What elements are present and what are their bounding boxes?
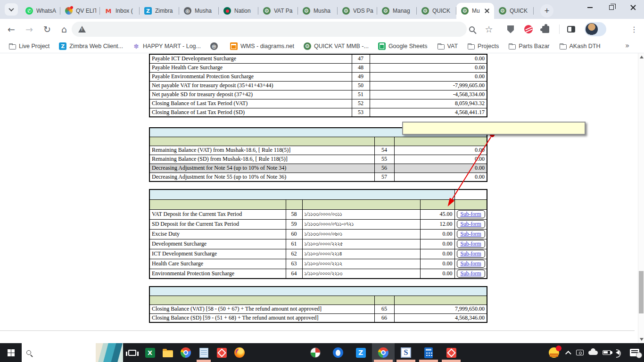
- profile-chip[interactable]: [585, 22, 606, 36]
- tab-quick[interactable]: QUICK: [417, 3, 456, 19]
- minimize-button[interactable]: [579, 0, 601, 15]
- bookmark-live-project[interactable]: Live Project: [5, 41, 53, 51]
- taskbar-calculator[interactable]: [417, 343, 440, 362]
- tab-mushak-2[interactable]: Musha: [298, 3, 338, 19]
- extension-shield-button[interactable]: [504, 23, 517, 35]
- vertical-scrollbar[interactable]: [638, 53, 644, 343]
- taskbar-excel[interactable]: [141, 343, 159, 362]
- bookmark-wms[interactable]: WMS - diagrams.net: [226, 41, 298, 51]
- row-amount[interactable]: 0.00: [420, 259, 454, 269]
- row-amount[interactable]: 0.00: [420, 229, 454, 239]
- scroll-up-arrow[interactable]: [640, 56, 644, 58]
- tab-vds[interactable]: VDS Pa: [338, 3, 377, 19]
- tab-label: VDS Pa: [353, 8, 373, 14]
- tab-whatsapp[interactable]: WhatsA: [21, 3, 60, 19]
- bookmark-globe[interactable]: [206, 41, 224, 51]
- taskbar-app-person[interactable]: [327, 343, 349, 362]
- home-button[interactable]: ⌂: [58, 23, 71, 36]
- back-button[interactable]: ←: [5, 23, 18, 36]
- bookmark-happy-mart[interactable]: HAPPY MART - Log...: [129, 41, 205, 51]
- tab-national[interactable]: Nation: [219, 3, 258, 19]
- row-amount[interactable]: 4,568,346.00: [394, 313, 487, 322]
- row-amount[interactable]: -7,999,605.00: [370, 81, 487, 90]
- bookmark-parts-bazar[interactable]: Parts Bazar: [504, 41, 553, 51]
- scroll-down-arrow[interactable]: [640, 338, 644, 341]
- start-button[interactable]: [0, 343, 22, 362]
- tab-manage[interactable]: Manag: [377, 3, 417, 19]
- taskbar-chrome-pinned[interactable]: [177, 343, 195, 362]
- tab-mushak-active[interactable]: Mu: [456, 3, 494, 19]
- tab-search-button[interactable]: [5, 3, 18, 16]
- scrollbar-thumb[interactable]: [639, 271, 644, 313]
- side-panel-icon: [567, 26, 575, 33]
- taskbar-anydesk-pinned[interactable]: [213, 343, 231, 362]
- row-amount[interactable]: -4,568,334.00: [370, 90, 487, 99]
- row-amount[interactable]: 8,059,943.32: [370, 99, 487, 108]
- extensions-button[interactable]: [539, 23, 552, 35]
- bookmark-quick-vat[interactable]: QUICK VAT MMB -...: [300, 41, 372, 51]
- bookmark-zimbra[interactable]: Zimbra Web Client...: [55, 41, 127, 51]
- onedrive-icon[interactable]: [588, 351, 598, 355]
- row-amount[interactable]: 12.00: [420, 219, 454, 229]
- speaker-icon[interactable]: [616, 350, 619, 355]
- bookmark-google-sheets[interactable]: Google Sheets: [374, 41, 431, 51]
- not-secure-icon: [78, 26, 86, 33]
- tab-qv-elite[interactable]: QV ELIT: [60, 3, 100, 19]
- part9-header-items: [149, 199, 286, 209]
- row-amount[interactable]: 0.00: [420, 269, 454, 279]
- row-amount[interactable]: 0.00: [370, 54, 487, 63]
- taskbar-task-view[interactable]: [123, 343, 141, 362]
- row-amount[interactable]: 0.00: [370, 72, 487, 81]
- taskbar-s-app[interactable]: [395, 343, 417, 362]
- sub-form-button[interactable]: Sub-form: [457, 250, 485, 258]
- row-amount[interactable]: 4,568,441.17: [370, 108, 487, 117]
- sub-form-button[interactable]: Sub-form: [457, 270, 485, 278]
- taskbar-chrome-active[interactable]: [372, 343, 395, 362]
- sub-form-button[interactable]: Sub-form: [457, 240, 485, 248]
- extension-red-button[interactable]: [522, 23, 535, 35]
- menu-button[interactable]: ⋮: [628, 23, 640, 35]
- sub-form-button[interactable]: Sub-form: [457, 260, 485, 268]
- tab-zimbra[interactable]: Zimbra: [140, 3, 179, 19]
- taskbar-search[interactable]: [22, 343, 123, 362]
- tab-mushak[interactable]: Musha: [179, 3, 219, 19]
- side-panel-button[interactable]: [565, 23, 577, 35]
- new-tab-button[interactable]: [540, 4, 553, 17]
- bookmark-vat[interactable]: VAT: [433, 41, 462, 51]
- sub-form-button[interactable]: Sub-form: [457, 220, 485, 228]
- sub-form-button[interactable]: Sub-form: [457, 210, 485, 218]
- row-amount[interactable]: 0.00: [420, 239, 454, 249]
- app-icon: [446, 348, 456, 358]
- row-amount[interactable]: 0.00: [370, 63, 487, 72]
- tab-vat[interactable]: VAT Pa: [258, 3, 298, 19]
- row-amount[interactable]: 7,999,650.00: [394, 304, 487, 313]
- notification-center-icon[interactable]: [630, 349, 639, 356]
- taskbar-anydesk[interactable]: [440, 343, 462, 362]
- address-bar[interactable]: [72, 22, 467, 37]
- taskbar-zimbra[interactable]: [349, 343, 372, 362]
- bookmark-akash-dth[interactable]: AKash DTH: [555, 41, 604, 51]
- taskbar-app-pinwheel[interactable]: [304, 343, 327, 362]
- tab-quick-2[interactable]: QUICK: [494, 3, 534, 19]
- tray-expand-chevron-icon[interactable]: [565, 351, 571, 357]
- snip-tray-icon[interactable]: [576, 350, 584, 355]
- tab-inbox[interactable]: Inbox (: [100, 3, 140, 19]
- weather-widget[interactable]: [549, 347, 562, 358]
- search-input[interactable]: [35, 349, 89, 356]
- forward-button[interactable]: →: [23, 23, 36, 36]
- table-row: Payable Health Care Surcharge 48 0.00: [149, 63, 487, 72]
- reload-button[interactable]: ↻: [41, 23, 54, 36]
- taskbar-firefox[interactable]: [231, 343, 248, 362]
- bookmarks-overflow-button[interactable]: »: [625, 41, 637, 50]
- row-note: 65: [374, 304, 394, 313]
- bookmark-star-button[interactable]: ☆: [483, 23, 495, 35]
- bookmark-projects[interactable]: Projects: [463, 41, 503, 51]
- sub-form-button[interactable]: Sub-form: [457, 230, 485, 238]
- maximize-button[interactable]: [601, 0, 622, 15]
- close-button[interactable]: [622, 0, 644, 15]
- taskbar-file-explorer[interactable]: [159, 343, 177, 362]
- taskbar-notepad[interactable]: [195, 343, 213, 362]
- tab-close-icon[interactable]: [484, 8, 490, 14]
- zoom-search-button[interactable]: [466, 23, 478, 35]
- row-amount[interactable]: 0.00: [420, 249, 454, 259]
